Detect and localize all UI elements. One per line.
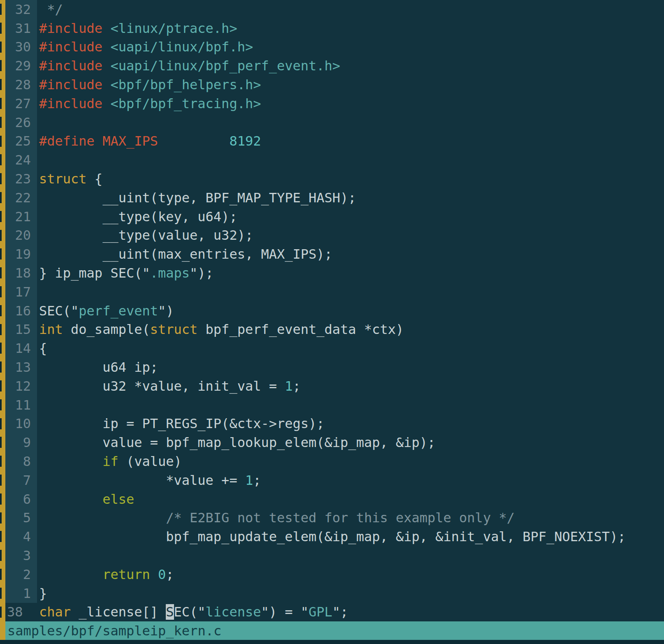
git-change-sign-icon — [0, 320, 5, 339]
code-segment-preproc: #include — [39, 58, 102, 74]
git-change-sign-icon — [0, 264, 5, 283]
code-segment-type: int — [39, 322, 63, 337]
code-line[interactable]: 38 char _license[] SEC("license") = "GPL… — [0, 603, 664, 622]
line-number: 2 — [5, 565, 37, 584]
code-segment-fg: do_sample( — [63, 322, 150, 337]
code-line[interactable]: 12 u32 *value, init_val = 1; — [0, 377, 664, 396]
code-line-text: __type(value, u32); — [37, 227, 664, 243]
code-segment-type: struct — [150, 322, 198, 337]
code-line-text: #include <uapi/linux/bpf_perf_event.h> — [37, 58, 664, 74]
code-segment-fg — [102, 39, 110, 55]
line-number: 15 — [5, 320, 37, 339]
line-number: 21 — [5, 207, 37, 226]
code-line[interactable]: 20 __type(value, u32); — [0, 226, 664, 245]
code-segment-fg — [102, 21, 110, 36]
code-line[interactable]: 7 *value += 1; — [0, 471, 664, 490]
code-line-text: __type(key, u64); — [37, 209, 664, 225]
code-line[interactable]: 32 */ — [0, 0, 664, 19]
code-segment-fg: bpf_perf_event_data *ctx) — [197, 322, 404, 337]
code-segment-fg — [158, 133, 229, 149]
line-number: 9 — [5, 433, 37, 452]
line-number: 31 — [5, 19, 37, 38]
code-line[interactable]: 23 struct { — [0, 169, 664, 188]
code-segment-fg — [102, 96, 110, 111]
code-line[interactable]: 19 __uint(max_entries, MAX_IPS); — [0, 245, 664, 264]
line-number: 24 — [5, 151, 37, 169]
code-line[interactable]: 3 — [0, 546, 664, 565]
code-segment-fg: ip = PT_REGS_IP(&ctx->regs); — [39, 416, 325, 431]
code-line[interactable]: 11 — [0, 396, 664, 415]
code-segment-flow: return — [102, 567, 150, 582]
status-bar-filename: samples/bpf/sampleip_kern.c — [5, 623, 221, 639]
code-segment-fg: SEC(" — [39, 303, 79, 319]
git-change-sign-icon — [0, 452, 5, 471]
git-change-sign-icon — [0, 132, 5, 151]
line-number: 30 — [5, 38, 37, 57]
code-line-text: u32 *value, init_val = 1; — [37, 378, 664, 394]
code-segment-fg: __type(value, u32); — [39, 227, 253, 243]
git-change-sign-icon — [0, 0, 5, 19]
code-segment-fg: ") — [158, 303, 174, 319]
code-line[interactable]: 22 __uint(type, BPF_MAP_TYPE_HASH); — [0, 188, 664, 207]
code-line[interactable]: 9 value = bpf_map_lookup_elem(&ip_map, &… — [0, 433, 664, 452]
code-segment-number: 8192 — [229, 133, 261, 149]
code-line-text: #include <linux/ptrace.h> — [37, 21, 664, 36]
code-segment-fg — [39, 491, 102, 507]
code-line[interactable]: 28 #include <bpf/bpf_helpers.h> — [0, 75, 664, 94]
code-line[interactable]: 30 #include <uapi/linux/bpf.h> — [0, 38, 664, 57]
code-line[interactable]: 27 #include <bpf/bpf_tracing.h> — [0, 94, 664, 113]
code-line-text: if (value) — [37, 454, 664, 469]
line-number: 13 — [5, 358, 37, 377]
code-line[interactable]: 10 ip = PT_REGS_IP(&ctx->regs); — [0, 415, 664, 433]
code-line-text: #include <bpf/bpf_helpers.h> — [37, 77, 664, 93]
git-change-sign-icon — [0, 546, 5, 565]
code-line[interactable]: 2 return 0; — [0, 565, 664, 584]
code-line-text: #include <bpf/bpf_tracing.h> — [37, 96, 664, 111]
code-buffer[interactable]: 32 */ 31 #include <linux/ptrace.h> 30 #i… — [0, 0, 664, 621]
line-number: 32 — [5, 0, 37, 19]
code-segment-number: 1 — [285, 378, 293, 394]
code-line[interactable]: 24 — [0, 151, 664, 169]
code-line[interactable]: 14 { — [0, 339, 664, 358]
code-line-text: value = bpf_map_lookup_elem(&ip_map, &ip… — [37, 435, 664, 450]
code-segment-string: <linux/ptrace.h> — [110, 21, 237, 36]
code-line-text: return 0; — [37, 567, 664, 582]
git-change-sign-icon — [0, 113, 5, 132]
code-line[interactable]: 8 if (value) — [0, 452, 664, 471]
git-change-sign-icon — [0, 245, 5, 264]
code-segment-fg: value = bpf_map_lookup_elem(&ip_map, &ip… — [39, 435, 435, 450]
line-number: 7 — [5, 471, 37, 490]
code-line[interactable]: 6 else — [0, 490, 664, 509]
line-number: 5 — [5, 509, 37, 528]
code-segment-type: char — [39, 604, 71, 620]
code-segment-number: 1 — [245, 473, 253, 488]
code-segment-comment: */ — [39, 2, 63, 17]
code-segment-fg: (value) — [118, 454, 182, 469]
code-line[interactable]: 18 } ip_map SEC(".maps"); — [0, 264, 664, 283]
code-line-text: else — [37, 491, 664, 507]
code-line[interactable]: 4 bpf_map_update_elem(&ip_map, &ip, &ini… — [0, 527, 664, 546]
code-segment-fg: ") = " — [261, 604, 309, 620]
code-line[interactable]: 16 SEC("perf_event") — [0, 301, 664, 320]
code-line[interactable]: 1 } — [0, 584, 664, 603]
code-line-text: *value += 1; — [37, 473, 664, 488]
git-change-sign-icon — [0, 358, 5, 377]
code-line[interactable]: 29 #include <uapi/linux/bpf_perf_event.h… — [0, 56, 664, 75]
line-number: 4 — [5, 527, 37, 546]
code-line[interactable]: 25 #define MAX_IPS 8192 — [0, 132, 664, 151]
code-line[interactable]: 5 /* E2BIG not tested for this example o… — [0, 509, 664, 528]
code-segment-comment: /* E2BIG not tested for this example onl… — [39, 510, 515, 526]
code-line-text: __uint(type, BPF_MAP_TYPE_HASH); — [37, 190, 664, 206]
code-line[interactable]: 26 — [0, 113, 664, 132]
code-segment-number: 0 — [158, 567, 166, 582]
code-line[interactable]: 13 u64 ip; — [0, 358, 664, 377]
status-bar: samples/bpf/sampleip_kern.c — [0, 621, 664, 640]
line-number: 8 — [5, 452, 37, 471]
code-line[interactable]: 15 int do_sample(struct bpf_perf_event_d… — [0, 320, 664, 339]
code-line[interactable]: 17 — [0, 283, 664, 301]
code-segment-string: license — [206, 604, 261, 620]
code-line[interactable]: 31 #include <linux/ptrace.h> — [0, 19, 664, 38]
code-segment-fg: "); — [190, 265, 214, 281]
git-change-sign-icon — [0, 226, 5, 245]
code-line[interactable]: 21 __type(key, u64); — [0, 207, 664, 226]
